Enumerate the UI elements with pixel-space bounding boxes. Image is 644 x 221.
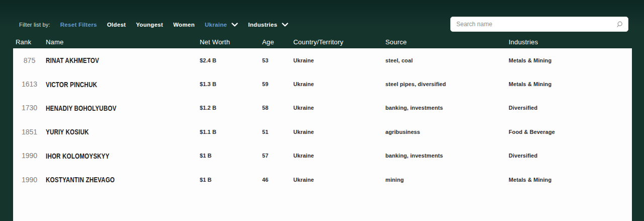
person-name: HENADIY BOHOLYUBOV (46, 104, 116, 113)
rank-cell: 1990 (13, 152, 46, 160)
filter-oldest-label: Oldest (107, 22, 126, 28)
table-row[interactable]: 1730 HENADIY BOHOLYUBOV $1.2 B 58 Ukrain… (13, 96, 632, 120)
table-row[interactable]: 1990 IHOR KOLOMOYSKYY $1 B 57 Ukraine ba… (13, 144, 632, 168)
column-header-rank[interactable]: Rank (13, 38, 46, 46)
source-cell: steel pipes, diversified (385, 81, 509, 87)
filter-bar-label: Filter list by: (19, 22, 50, 28)
age-cell: 58 (262, 105, 293, 111)
reset-filters-button[interactable]: Reset Filters (60, 22, 97, 28)
name-cell[interactable]: IHOR KOLOMOYSKYY (46, 151, 200, 161)
chevron-down-icon (282, 23, 288, 27)
net-worth-cell: $1.2 B (200, 105, 262, 111)
person-name: YURIY KOSIUK (46, 127, 89, 136)
country-filter-dropdown[interactable]: Ukraine (205, 22, 238, 28)
industries-cell: Diversified (509, 153, 632, 159)
table-row[interactable]: 1990 KOSTYANTIN ZHEVAGO $1 B 46 Ukraine … (13, 168, 632, 191)
column-header-name[interactable]: Name (46, 38, 200, 46)
column-header-source[interactable]: Source (385, 38, 509, 46)
rank-cell: 1990 (13, 176, 46, 184)
country-cell: Ukraine (293, 105, 385, 111)
source-cell: banking, investments (385, 153, 509, 159)
table-header: Rank Name Net Worth Age Country/Territor… (13, 35, 632, 48)
name-cell[interactable]: VICTOR PINCHUK (46, 80, 200, 89)
search-icon[interactable] (616, 21, 628, 28)
net-worth-cell: $1.1 B (200, 129, 262, 135)
column-header-net-worth[interactable]: Net Worth (200, 38, 262, 46)
search-box (450, 17, 628, 32)
age-cell: 53 (262, 57, 293, 63)
filter-women-label: Women (173, 22, 195, 28)
filter-youngest-label: Youngest (136, 22, 163, 28)
source-cell: mining (385, 177, 509, 183)
industries-cell: Metals & Mining (509, 57, 632, 63)
country-cell: Ukraine (293, 81, 385, 87)
rank-cell: 1613 (13, 80, 46, 88)
country-cell: Ukraine (293, 177, 385, 183)
industries-filter-label: Industries (248, 22, 277, 28)
source-cell: banking, investments (385, 105, 509, 111)
person-name: RINAT AKHMETOV (46, 56, 99, 65)
table-row[interactable]: 875 RINAT AKHMETOV $2.4 B 53 Ukraine ste… (13, 48, 632, 72)
age-cell: 46 (262, 177, 293, 183)
billionaires-table: 875 RINAT AKHMETOV $2.4 B 53 Ukraine ste… (13, 48, 632, 221)
source-cell: steel, coal (385, 57, 509, 63)
net-worth-cell: $1 B (200, 153, 262, 159)
filter-bar: Filter list by: Reset Filters Oldest You… (19, 20, 288, 29)
source-cell: agribusiness (385, 129, 509, 135)
net-worth-cell: $2.4 B (200, 57, 262, 63)
column-header-industries[interactable]: Industries (509, 38, 632, 46)
name-cell[interactable]: KOSTYANTIN ZHEVAGO (46, 175, 200, 184)
person-name: VICTOR PINCHUK (46, 80, 97, 89)
name-cell[interactable]: YURIY KOSIUK (46, 127, 200, 136)
reset-filters-label: Reset Filters (60, 22, 97, 28)
table-row[interactable]: 1613 VICTOR PINCHUK $1.3 B 59 Ukraine st… (13, 72, 632, 96)
country-cell: Ukraine (293, 57, 385, 63)
industries-cell: Metals & Mining (509, 81, 632, 87)
rank-cell: 1851 (13, 128, 46, 136)
name-cell[interactable]: RINAT AKHMETOV (46, 55, 200, 65)
net-worth-cell: $1.3 B (200, 81, 262, 87)
column-header-country[interactable]: Country/Territory (293, 38, 385, 46)
table-row[interactable]: 1851 YURIY KOSIUK $1.1 B 51 Ukraine agri… (13, 120, 632, 143)
rank-cell: 1730 (13, 104, 46, 112)
age-cell: 59 (262, 81, 293, 87)
industries-cell: Diversified (509, 105, 632, 111)
country-cell: Ukraine (293, 153, 385, 159)
chevron-down-icon (231, 23, 238, 27)
person-name: KOSTYANTIN ZHEVAGO (46, 175, 115, 184)
filter-youngest-button[interactable]: Youngest (136, 22, 163, 28)
person-name: IHOR KOLOMOYSKYY (46, 152, 109, 161)
industries-cell: Food & Beverage (509, 129, 632, 135)
age-cell: 57 (262, 153, 293, 159)
rank-cell: 875 (13, 56, 46, 64)
name-cell[interactable]: HENADIY BOHOLYUBOV (46, 103, 200, 113)
filter-oldest-button[interactable]: Oldest (107, 22, 126, 28)
country-cell: Ukraine (293, 129, 385, 135)
industries-filter-dropdown[interactable]: Industries (248, 22, 288, 28)
column-header-age[interactable]: Age (262, 38, 293, 46)
search-input[interactable] (451, 17, 616, 31)
age-cell: 51 (262, 129, 293, 135)
industries-cell: Metals & Mining (509, 177, 632, 183)
country-filter-label: Ukraine (205, 22, 227, 28)
filter-women-button[interactable]: Women (173, 22, 195, 28)
net-worth-cell: $1 B (200, 177, 262, 183)
